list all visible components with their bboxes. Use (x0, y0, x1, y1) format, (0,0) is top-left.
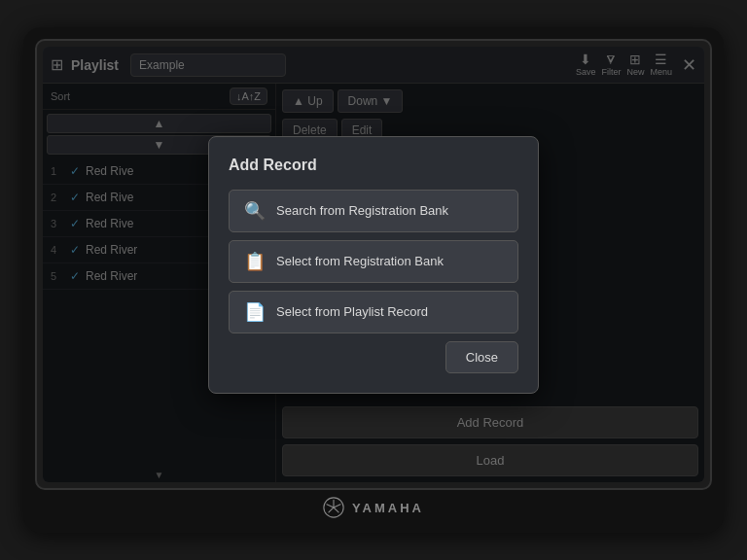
screen: ⊞ Playlist ⬇ Save ⛛ Filter ⊞ New (43, 47, 704, 482)
modal-close-button[interactable]: Close (445, 341, 518, 373)
select-playlist-record-button[interactable]: 📄 Select from Playlist Record (229, 291, 518, 333)
yamaha-emblem-icon (323, 497, 344, 518)
select-registration-bank-button[interactable]: 📋 Select from Registration Bank (229, 240, 518, 283)
yamaha-bar: YAMAHA (323, 490, 424, 525)
yamaha-logo: YAMAHA (323, 497, 424, 518)
device-outer: ⊞ Playlist ⬇ Save ⛛ Filter ⊞ New (23, 27, 724, 533)
select-playlist-icon: 📄 (243, 301, 267, 323)
modal-overlay: Add Record 🔍 Search from Registration Ba… (43, 47, 704, 482)
select-registration-icon: 📋 (243, 251, 267, 272)
add-record-modal: Add Record 🔍 Search from Registration Ba… (208, 136, 539, 394)
screen-bezel: ⊞ Playlist ⬇ Save ⛛ Filter ⊞ New (35, 39, 712, 490)
search-icon: 🔍 (243, 200, 267, 222)
modal-close-row: Close (229, 341, 518, 373)
modal-title: Add Record (229, 157, 518, 174)
search-registration-bank-button[interactable]: 🔍 Search from Registration Bank (229, 190, 518, 232)
